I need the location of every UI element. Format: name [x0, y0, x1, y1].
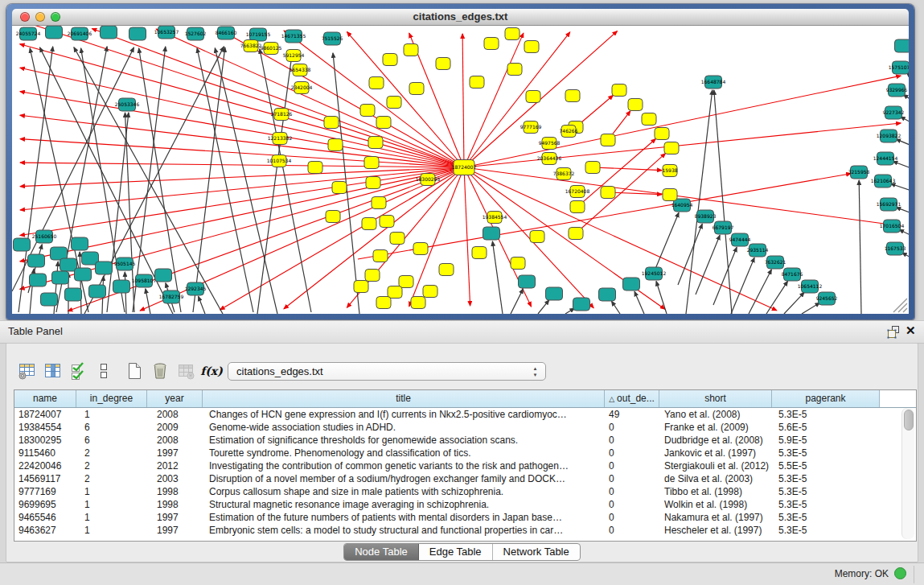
graph-node-yellow[interactable] [369, 77, 384, 89]
graph-node-yellow[interactable] [439, 264, 454, 276]
graph-node-yellow[interactable] [565, 90, 580, 102]
red-edge[interactable] [593, 167, 662, 171]
black-edge[interactable] [859, 180, 861, 314]
graph-node-teal[interactable] [101, 26, 117, 39]
resize-grip-icon[interactable] [893, 299, 907, 312]
black-edge[interactable] [893, 162, 909, 170]
function-builder-icon[interactable]: f(x) [201, 360, 222, 381]
column-header-name[interactable]: name [14, 390, 76, 407]
black-edge[interactable] [80, 252, 81, 314]
graph-node-yellow[interactable] [366, 177, 380, 189]
graph-node-yellow[interactable] [655, 128, 669, 140]
column-header-out_de[interactable]: △out_de... [605, 390, 659, 407]
graph-node-yellow[interactable] [423, 286, 437, 298]
graph-node-yellow[interactable] [664, 142, 679, 154]
graph-node-yellow[interactable] [308, 162, 322, 174]
graph-node-teal[interactable] [623, 278, 640, 290]
black-edge[interactable] [749, 270, 771, 314]
show-columns-icon[interactable] [42, 360, 63, 381]
table-row[interactable]: 1456911722003Disruption of a novel membe… [14, 472, 916, 485]
table-row[interactable]: 1872400712008Changes of HCN gene express… [14, 408, 916, 421]
delete-rows-icon[interactable] [150, 360, 170, 381]
graph-node-teal[interactable] [28, 254, 45, 267]
graph-node-teal[interactable] [546, 287, 563, 300]
graph-node-yellow[interactable] [472, 247, 487, 259]
graph-node-yellow[interactable] [569, 228, 583, 240]
graph-node-yellow[interactable] [324, 117, 339, 129]
graph-node-yellow[interactable] [642, 113, 656, 126]
table-row[interactable]: 1830029562008Estimation of significance … [14, 434, 916, 447]
tab-edge-table[interactable]: Edge Table [419, 544, 493, 560]
graph-node-teal[interactable] [65, 288, 82, 301]
table-row[interactable]: 946362711997Embryonic stem cells: a mode… [14, 524, 916, 537]
column-header-short[interactable]: short [659, 390, 772, 407]
graph-node-teal[interactable] [60, 258, 77, 271]
black-edge[interactable] [511, 289, 524, 314]
new-table-icon[interactable] [124, 360, 145, 381]
graph-node-yellow[interactable] [364, 157, 379, 169]
graph-node-teal[interactable] [72, 237, 88, 250]
graph-node-yellow[interactable] [372, 197, 386, 209]
graph-node-yellow[interactable] [399, 276, 413, 288]
table-row[interactable]: 969969511998Structural magnetic resonanc… [14, 498, 916, 511]
black-edge[interactable] [257, 51, 293, 314]
graph-node-yellow[interactable] [326, 211, 340, 223]
memory-status-icon[interactable] [894, 567, 906, 579]
graph-node-teal[interactable] [599, 288, 616, 301]
rows-icon[interactable] [93, 360, 114, 381]
table-row[interactable]: 977716911998Corpus callosum shape and si… [14, 485, 916, 498]
black-edge[interactable] [492, 241, 503, 314]
float-panel-icon[interactable] [886, 325, 901, 339]
graph-node-yellow[interactable] [365, 270, 380, 282]
black-edge[interactable] [612, 301, 621, 314]
black-edge[interactable] [696, 235, 720, 295]
graph-node-teal[interactable] [573, 298, 590, 311]
column-header-in_degree[interactable]: in_degree [76, 390, 147, 407]
red-edge[interactable] [20, 167, 464, 210]
graph-node-yellow[interactable] [362, 218, 376, 230]
black-edge[interactable] [199, 296, 205, 314]
black-edge[interactable] [784, 292, 804, 314]
column-header-pagerank[interactable]: pagerank [772, 390, 880, 407]
graph-node-teal[interactable] [75, 268, 92, 281]
network-canvas[interactable]: 2405572420691406106532571527602846616010… [12, 26, 909, 314]
graph-node-yellow[interactable] [354, 281, 368, 293]
graph-node-yellow[interactable] [409, 83, 424, 95]
tab-network-table[interactable]: Network Table [493, 544, 580, 560]
graph-node-yellow[interactable] [612, 84, 626, 97]
black-edge[interactable] [193, 47, 225, 312]
graph-node-teal[interactable] [96, 262, 113, 274]
graph-node-yellow[interactable] [368, 137, 383, 149]
graph-node-teal[interactable] [14, 238, 31, 251]
black-edge[interactable] [656, 282, 667, 315]
graph-node-teal[interactable] [52, 271, 69, 284]
close-panel-icon[interactable]: ✕ [906, 323, 916, 338]
graph-node-yellow[interactable] [507, 64, 522, 76]
table-row[interactable]: 911546021997Tourette syndrome. Phenomeno… [14, 447, 916, 459]
graph-node-teal[interactable] [129, 27, 146, 40]
graph-node-teal[interactable] [46, 26, 63, 39]
graph-node-yellow[interactable] [570, 201, 585, 213]
graph-node-yellow[interactable] [601, 187, 615, 199]
table-row[interactable]: 946554611997Estimation of the future num… [14, 511, 916, 524]
graph-node-teal[interactable] [113, 280, 130, 293]
graph-node-yellow[interactable] [380, 216, 394, 228]
delete-table-icon[interactable] [175, 360, 196, 381]
graph-node-yellow[interactable] [511, 257, 525, 270]
tab-node-table[interactable]: Node Table [344, 544, 419, 560]
graph-node-yellow[interactable] [383, 54, 397, 66]
column-header-title[interactable]: title [203, 390, 605, 407]
black-edge[interactable] [766, 281, 788, 314]
graph-node-teal[interactable] [519, 275, 536, 288]
graph-node-yellow[interactable] [360, 105, 375, 117]
graph-node-yellow[interactable] [388, 286, 402, 299]
graph-node-yellow[interactable] [376, 117, 391, 129]
black-edge[interactable] [538, 300, 549, 314]
graph-node-teal[interactable] [41, 293, 58, 306]
graph-node-yellow[interactable] [413, 243, 428, 255]
graph-node-teal[interactable] [895, 39, 910, 52]
black-edge[interactable] [713, 247, 737, 305]
graph-node-yellow[interactable] [663, 189, 677, 201]
graph-node-yellow[interactable] [411, 297, 425, 309]
graph-node-yellow[interactable] [470, 76, 484, 89]
